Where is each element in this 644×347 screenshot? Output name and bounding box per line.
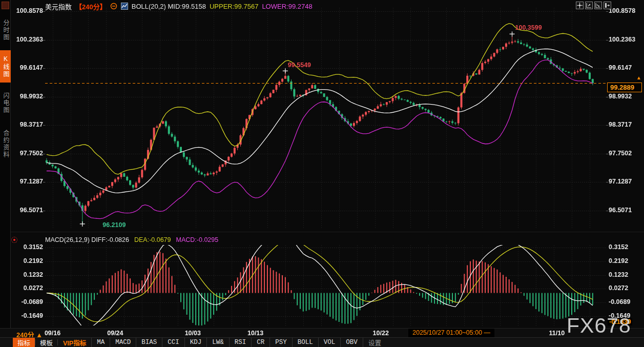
zoom-out-axis-icon[interactable] (594, 2, 602, 9)
fx678-watermark: FX678 (567, 314, 631, 338)
macd-tick-left: -0.1649 (11, 312, 43, 319)
macd-macd-value: MACD:-0.0295 (176, 236, 219, 243)
price-tick-right: 100.8578 (609, 7, 635, 14)
macd-tick-left: 0.2192 (11, 257, 43, 264)
toolbar-indicator-ma[interactable]: MA (92, 338, 110, 347)
chart-application: 分时图K线图闪电图合约资料 美元指数 【240分】 BOLL(20,2) MID… (0, 0, 644, 347)
toolbar-indicator-kdj[interactable]: KDJ (185, 338, 207, 347)
mini-chart-icon[interactable] (121, 3, 128, 10)
app-logo-icon (2, 2, 9, 9)
toolbar-indicator-psy[interactable]: PSY (270, 338, 293, 347)
toolbar-tab-templates[interactable]: 模板 (35, 338, 57, 347)
macd-diff-value: MACD(26,12,9) DIFF:-0.0826 (45, 236, 129, 243)
period-label: 【240分】 (75, 2, 107, 11)
zoom-in-axis-icon[interactable] (585, 2, 593, 9)
price-tick-left: 97.7502 (11, 150, 43, 157)
price-tick-left: 100.2363 (11, 36, 43, 43)
price-tick-right: 98.3717 (609, 121, 632, 128)
swing-high-label: 99.5549 (288, 62, 311, 69)
toolbar-tab-indicators[interactable]: 指标 (13, 338, 35, 347)
sidebar-tab-4[interactable]: 合约资料 (0, 123, 11, 165)
price-tick-left: 98.3717 (11, 121, 43, 128)
date-tick: 10/03 (185, 330, 201, 337)
toolbar-indicator-lw[interactable]: LW& (207, 338, 230, 347)
date-tick: 11/10 (549, 330, 565, 337)
price-tick-right: 98.9932 (609, 93, 632, 100)
toolbar-settings[interactable]: 设置 (363, 338, 386, 347)
price-tick-right: 97.7502 (609, 150, 632, 157)
price-tick-left: 97.1287 (11, 178, 43, 185)
peak-high-label: 100.3599 (515, 24, 542, 31)
chart-header: 美元指数 【240分】 BOLL(20,2) MID:99.5158 UPPER… (45, 2, 313, 11)
sidebar-tab-1[interactable]: 分时图 (0, 14, 11, 46)
selected-candle-time-box: 2025/10/27 01:00~05:00 — (408, 329, 494, 338)
kline-macd-canvas[interactable] (0, 0, 644, 347)
date-tick: 10/22 (373, 330, 389, 337)
macd-pane-settings-icon[interactable] (11, 237, 17, 243)
chart-window-controls (576, 2, 611, 9)
toolbar-indicator-bias[interactable]: BIAS (136, 338, 162, 347)
boll-lower-value: LOWER:99.2748 (262, 3, 312, 10)
price-tick-left: 100.8578 (11, 7, 43, 14)
collapse-pane-icon[interactable] (110, 3, 117, 10)
toolbar-indicator-boll[interactable]: BOLL (293, 338, 319, 347)
crosshair-icon[interactable] (576, 2, 584, 9)
time-axis: 240分 ▲ 09/1609/2410/0310/1310/2211/10 20… (0, 328, 644, 337)
price-tick-left: 99.6147 (11, 64, 43, 71)
sidebar: 分时图K线图闪电图合约资料 (0, 0, 11, 328)
sidebar-tab-3[interactable]: 闪电图 (0, 87, 11, 119)
date-tick: 10/13 (247, 330, 263, 337)
toolbar-indicator-obv[interactable]: OBV (341, 338, 363, 347)
macd-tick-left: 0.0272 (11, 284, 43, 292)
macd-dea-value: DEA:-0.0679 (134, 236, 171, 243)
toolbar-indicator-vol[interactable]: VOL (319, 338, 341, 347)
toolbar-indicator-rsi[interactable]: RSI (230, 338, 252, 347)
date-tick: 09/16 (45, 330, 60, 337)
macd-tick-left: 0.3152 (11, 243, 43, 251)
boll-mid-value: BOLL(20,2) MID:99.5158 (132, 3, 206, 10)
toolbar-indicator-macd[interactable]: MACD (110, 338, 136, 347)
side-panel-icon[interactable] (604, 2, 611, 9)
price-tick-right: 99.6147 (609, 64, 632, 71)
macd-tick-right: 0.0272 (609, 284, 628, 292)
current-price-box: 99.2889 (607, 83, 642, 92)
price-tick-right: 96.5071 (609, 207, 632, 214)
macd-tick-left: 0.1232 (11, 271, 43, 278)
sidebar-tab-2[interactable]: K线图 (0, 50, 11, 83)
macd-tick-left: -0.0689 (11, 298, 43, 305)
price-marker-arrow-icon: ▲ (636, 75, 641, 80)
toolbar-indicator-cci[interactable]: CCI (162, 338, 185, 347)
price-tick-left: 96.5071 (11, 207, 43, 214)
price-tick-right: 100.2363 (609, 36, 635, 43)
price-tick-right: 97.1287 (609, 178, 632, 185)
macd-header: MACD(26,12,9) DIFF:-0.0826 DEA:-0.0679 M… (45, 236, 218, 243)
macd-tick-right: -0.0689 (609, 298, 630, 305)
boll-upper-value: UPPER:99.7567 (210, 3, 258, 10)
toolbar-indicator-cr[interactable]: CR (252, 338, 270, 347)
symbol-title: 美元指数 (45, 2, 72, 11)
macd-tick-right: 0.3152 (609, 243, 628, 251)
date-tick: 09/24 (107, 330, 123, 337)
macd-tick-right: 0.1232 (609, 271, 628, 278)
swing-low-label: 96.2109 (102, 221, 126, 229)
indicator-toolbar: 指标模板VIP指标MAMACDBIASCCIKDJLW&RSICRPSYBOLL… (0, 337, 644, 347)
price-tick-left: 98.9932 (11, 93, 43, 100)
macd-tick-right: 0.2192 (609, 257, 628, 264)
toolbar-vip-indicators[interactable]: VIP指标 (58, 338, 92, 347)
